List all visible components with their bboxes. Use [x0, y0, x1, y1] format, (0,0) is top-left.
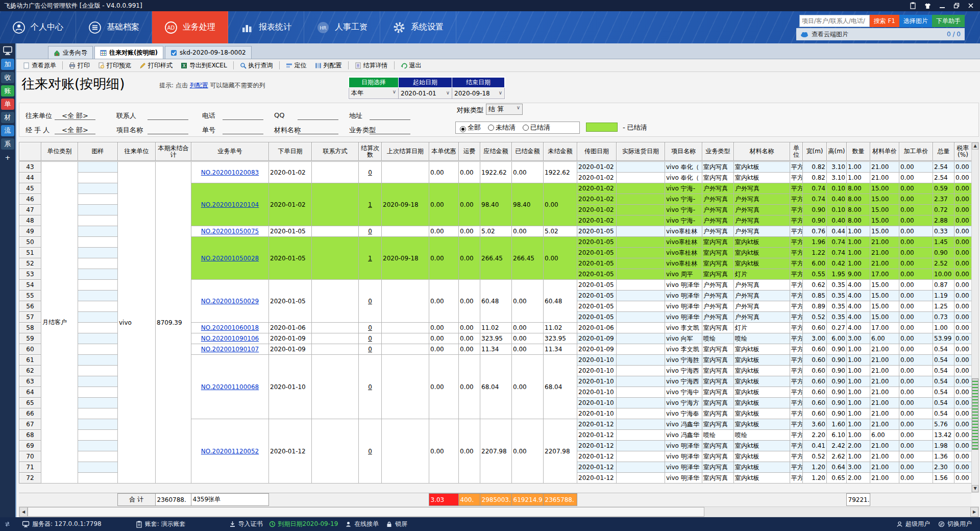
- image-cell[interactable]: [78, 398, 118, 408]
- col-header-due[interactable]: 应结金额: [480, 142, 512, 161]
- scroll-left-icon[interactable]: ◀: [19, 507, 28, 517]
- row-number[interactable]: 64: [19, 387, 41, 398]
- settle-count-cell[interactable]: 0: [359, 280, 382, 323]
- row-number[interactable]: 57: [19, 312, 41, 323]
- image-cell[interactable]: [78, 451, 118, 462]
- settle-count-cell[interactable]: 0: [359, 333, 382, 344]
- image-cell[interactable]: [78, 473, 118, 484]
- image-cell[interactable]: [78, 215, 118, 226]
- settle-count-cell[interactable]: 0: [359, 226, 382, 237]
- col-header-last_settle_date[interactable]: 上次结算日期: [382, 142, 429, 161]
- image-cell[interactable]: [78, 183, 118, 194]
- sidebar-item-4[interactable]: 单: [1, 99, 14, 110]
- image-cell[interactable]: [78, 280, 118, 291]
- order-link[interactable]: NO.202001060018: [192, 324, 267, 331]
- col-header-unsettled[interactable]: 未结金额: [544, 142, 577, 161]
- filter-value-field[interactable]: [298, 126, 338, 134]
- order-link[interactable]: NO.202001090106: [192, 335, 267, 342]
- col-header-mat_price[interactable]: 材料单价: [870, 142, 899, 161]
- col-header-upload_date[interactable]: 传图日期: [577, 142, 617, 161]
- image-cell[interactable]: [78, 291, 118, 301]
- row-number[interactable]: 67: [19, 419, 41, 430]
- col-header-width[interactable]: 宽(m): [803, 142, 827, 161]
- status-item-6[interactable]: 在线接单: [345, 520, 379, 528]
- row-number[interactable]: 45: [19, 183, 41, 194]
- filter-value-field[interactable]: [298, 111, 338, 120]
- filter-value-field[interactable]: [148, 126, 188, 134]
- search-action-button-3[interactable]: 下单助手: [932, 15, 965, 27]
- image-cell[interactable]: [78, 333, 118, 344]
- maximize-icon[interactable]: [953, 3, 960, 9]
- row-number[interactable]: 72: [19, 473, 41, 484]
- toolbar-button-5[interactable]: X导出到EXCEL: [177, 60, 231, 71]
- col-header-settled[interactable]: 已结金额: [512, 142, 544, 161]
- order-link[interactable]: NO.202001050028: [192, 255, 267, 262]
- menu-item-2[interactable]: 基础档案: [76, 11, 152, 43]
- image-cell[interactable]: [78, 301, 118, 312]
- menu-item-5[interactable]: HR人事工资: [304, 11, 380, 43]
- image-cell[interactable]: [78, 269, 118, 280]
- order-link[interactable]: NO.202001050029: [192, 298, 267, 305]
- col-header-rownum[interactable]: [19, 142, 41, 161]
- image-cell[interactable]: [78, 173, 118, 183]
- toolbar-button-4[interactable]: 打印样式: [136, 60, 176, 71]
- toolbar-button-3[interactable]: 打印预览: [94, 60, 135, 71]
- settle-count-cell[interactable]: 0: [359, 355, 382, 419]
- row-number[interactable]: 59: [19, 333, 41, 344]
- col-header-unit[interactable]: 单位: [790, 142, 803, 161]
- radio-未结清[interactable]: 未结清: [488, 123, 516, 132]
- row-number[interactable]: 60: [19, 344, 41, 355]
- image-cell[interactable]: [78, 462, 118, 473]
- filter-value-field[interactable]: [223, 126, 263, 134]
- shirt-icon[interactable]: [924, 3, 931, 9]
- image-cell[interactable]: [78, 387, 118, 398]
- row-number[interactable]: 44: [19, 173, 41, 183]
- sidebar-item-5[interactable]: 材: [1, 112, 14, 123]
- row-number[interactable]: 43: [19, 162, 41, 173]
- filter-value-field[interactable]: <全 部>: [55, 126, 95, 134]
- toolbar-button-2[interactable]: 打印: [65, 60, 93, 71]
- sidebar-item-2[interactable]: 收: [1, 72, 14, 83]
- monitor-icon[interactable]: [3, 46, 13, 56]
- settle-count-cell[interactable]: 0: [359, 419, 382, 484]
- col-header-qty[interactable]: 数量: [847, 142, 870, 161]
- search-action-button-1[interactable]: 搜索 F1: [870, 15, 899, 27]
- global-search-input[interactable]: [799, 15, 870, 27]
- image-cell[interactable]: [78, 194, 118, 205]
- vertical-scrollbar[interactable]: ▲ ▼: [971, 142, 979, 493]
- row-number[interactable]: 63: [19, 376, 41, 387]
- col-header-order_no[interactable]: 业务单号: [191, 142, 269, 161]
- scroll-right-icon[interactable]: ▶: [970, 507, 978, 517]
- settle-count-cell[interactable]: 1: [359, 183, 382, 226]
- minimize-icon[interactable]: [939, 3, 945, 9]
- image-cell[interactable]: [78, 408, 118, 419]
- horizontal-scroll-thumb[interactable]: [28, 507, 704, 517]
- sidebar-item-8[interactable]: +: [1, 152, 14, 163]
- radio-全部[interactable]: 全部: [460, 123, 481, 132]
- date-mode-select[interactable]: 本年∨: [349, 88, 399, 99]
- toolbar-button-6[interactable]: 执行查询: [236, 60, 277, 71]
- row-number[interactable]: 58: [19, 323, 41, 333]
- toolbar-button-7[interactable]: 定位: [282, 60, 310, 71]
- row-number[interactable]: 51: [19, 248, 41, 258]
- sidebar-item-6[interactable]: 流: [1, 125, 14, 136]
- col-header-settle_count[interactable]: 结算次数: [359, 142, 382, 161]
- filter-value-field[interactable]: [148, 111, 188, 120]
- tab-1[interactable]: 业务向导: [48, 46, 93, 59]
- cloud-image-bar[interactable]: 查看云端图片 0 / 0: [796, 28, 965, 40]
- order-link[interactable]: NO.202001020083: [192, 169, 267, 176]
- scroll-up-icon[interactable]: ▲: [972, 142, 978, 150]
- image-cell[interactable]: [78, 248, 118, 258]
- row-number[interactable]: 65: [19, 398, 41, 408]
- radio-已结清[interactable]: 已结清: [523, 123, 550, 132]
- status-right-item-1[interactable]: 超级用户: [896, 520, 930, 528]
- status-item-3[interactable]: 账套: 演示账套: [136, 520, 186, 528]
- row-number[interactable]: 53: [19, 269, 41, 280]
- filter-value-field[interactable]: [370, 126, 410, 134]
- row-number[interactable]: 52: [19, 258, 41, 269]
- close-icon[interactable]: [968, 3, 974, 9]
- row-number[interactable]: 54: [19, 280, 41, 291]
- col-header-image[interactable]: 图样: [78, 142, 118, 161]
- col-header-order_date[interactable]: 下单日期: [269, 142, 312, 161]
- row-number[interactable]: 50: [19, 237, 41, 248]
